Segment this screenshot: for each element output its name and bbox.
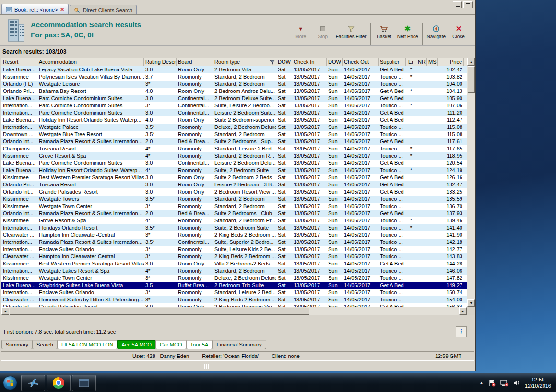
column-header-room-type[interactable]: Room type [213,58,276,66]
table-row[interactable]: Orlando Int...Grande Palisades Resort3.0… [1,303,467,307]
scroll-up-button[interactable]: ▲ [467,58,475,66]
table-row[interactable]: KissimmeeWestgate Towers3.5*RoomonlyStan… [1,196,467,203]
table-cell [416,303,427,307]
table-row[interactable]: Clearwater ...Homewood Suites by Hilton … [1,296,467,303]
basket-button[interactable]: Basket [373,23,395,39]
table-row[interactable]: Lake Buena...Holiday Inn Resort Orlando … [1,167,467,174]
table-row[interactable]: KissimmeeGrove Resort & Spa4*RoomonlySta… [1,152,467,160]
action-center-flag-icon[interactable] [488,379,496,387]
tab-direct-clients-search[interactable]: Direct Clients Search [70,5,137,14]
table-row[interactable]: Lake Buena...Parc Corniche Condominium S… [1,160,467,167]
nett-price-button[interactable]: ✱ Nett Price [395,23,420,39]
table-row[interactable]: KissimmeeGrove Resort & Spa4*RoomonlySta… [1,217,467,224]
page-title-line1: Accommodation Search Results [31,20,141,30]
table-row[interactable]: Internation...Westgate Palace3.5*Roomonl… [1,124,467,131]
horizontal-scroll-thumb[interactable] [10,308,309,315]
table-row[interactable]: Clearwater ...Hampton Inn Clearwater-Cen… [1,231,467,239]
column-header-rating[interactable]: Rating Descr [144,58,177,66]
network-status-icon[interactable] [500,379,509,387]
table-row[interactable]: Downtown ...Westgate Blue Tree Resort3.5… [1,131,467,138]
table-row[interactable]: Lake Buena...Parc Corniche Condominium S… [1,95,467,102]
table-row[interactable]: KissimmeeBest Western Premier Saratoga R… [1,174,467,181]
table-cell [406,303,416,307]
table-cell: Roomonly [177,167,213,174]
table-row[interactable]: KissimmeeWestgate Town Center3*RoomonlyD… [1,275,467,282]
column-header-price[interactable]: Price [438,58,464,66]
table-cell: 143.83 [438,253,464,260]
table-cell: Champions ... [1,145,37,152]
table-row[interactable]: Internation...Floridays Orlando Resort3.… [1,224,467,231]
filter-icon[interactable] [270,60,275,65]
taskbar-app-window[interactable] [72,375,96,391]
column-header-nr[interactable]: NR [416,58,427,66]
table-row[interactable]: Internation...Westgate Lakes Resort & Sp… [1,267,467,275]
taskbar-clock[interactable]: 12:59 12/10/2016 [525,377,551,389]
tab-flight[interactable]: Flt 5A LON MCO LON [57,340,118,349]
table-row[interactable]: Orlando Int...Ramada Plaza Resort & Suit… [1,210,467,217]
table-row[interactable]: Lake Buena...Staybridge Suites Lake Buen… [1,282,467,289]
table-row[interactable]: Clearwater ...Hampton Inn Clearwater-Cen… [1,253,467,260]
table-cell: Internation... [1,224,37,231]
table-row[interactable]: Internation...Ramada Plaza Resort & Suit… [1,239,467,246]
tab-accommodation[interactable]: Acc 5A MCO [117,340,156,349]
table-row[interactable]: Internation...Parc Corniche Condominium … [1,109,467,116]
scroll-left-button[interactable]: ◄ [1,307,9,315]
table-row[interactable]: Champions ...Tuscana Resort4*RoomonlySta… [1,145,467,152]
info-button[interactable]: i [456,326,467,337]
basket-icon [379,25,389,33]
table-cell: 142.18 [438,239,464,246]
table-row[interactable]: Lake Buena...Holiday Inn Resort Orlando … [1,116,467,124]
column-header-ms[interactable]: MS [427,58,438,66]
vertical-scroll-thumb[interactable] [468,66,475,93]
table-row[interactable]: Orlando Int...Ramada Plaza Resort & Suit… [1,138,467,145]
navigate-button[interactable]: Navigate [425,23,448,39]
scroll-down-button[interactable]: ▼ [467,299,475,307]
tab-summary[interactable]: Summary [1,340,33,349]
vertical-scrollbar[interactable]: ▲ ▼ [467,58,475,307]
show-hidden-icons-button[interactable]: ▲ [479,380,484,385]
tab-car[interactable]: Car MCO [155,340,186,349]
column-header-board[interactable]: Board [177,58,213,66]
taskbar-app-travel[interactable] [21,375,45,391]
table-row[interactable]: KissimmeeBest Western Premier Saratoga R… [1,260,467,267]
table-row[interactable]: Internation...Enclave Suites Orlando3*Ro… [1,246,467,253]
table-row[interactable]: KissimmeeWestgate Town Center3*RoomonlyS… [1,203,467,210]
speaker-icon[interactable] [513,379,521,387]
table-cell: 104.00 [438,81,464,88]
table-cell: Room Only [177,66,213,73]
more-button[interactable]: ▼ More [290,23,312,39]
table-row[interactable]: Orlando Int...Grande Palisades Resort3.0… [1,188,467,196]
table-row[interactable]: Internation...Enclave Suites Orlando3*Ro… [1,289,467,296]
column-header-supplier[interactable]: Supplier [379,58,406,66]
horizontal-scrollbar[interactable]: ◄ ► [1,307,467,315]
tab-tour[interactable]: Tour 5A [186,340,213,349]
table-cell: Room Only [177,88,213,95]
column-header-check-in[interactable]: Check In [292,58,327,66]
column-header-dow-out[interactable]: DOW [327,58,343,66]
start-button[interactable] [3,376,17,390]
scroll-right-button[interactable]: ► [459,307,467,315]
table-row[interactable]: Internation...Parc Corniche Condominium … [1,102,467,109]
tab-booking-ref[interactable]: Book. ref.: <none> ✕ [1,4,69,14]
tab-financial-summary[interactable]: Financial Summary [212,340,266,349]
table-row[interactable]: Orlando Pri...Bahama Bay Resort4.0Room O… [1,88,467,95]
stop-button[interactable]: Stop [312,23,334,39]
taskbar-app-chrome[interactable] [47,375,71,391]
minimize-button[interactable] [453,1,462,8]
maximize-button[interactable] [463,1,473,8]
tab-search[interactable]: Search [32,340,58,349]
table-row[interactable]: Lake Buena...Legacy Vacation Club Lake B… [1,66,467,73]
close-button[interactable]: ✕ Close [448,23,470,39]
table-row[interactable]: Orlando (FL)Westgate Leisure3*RoomonlySt… [1,81,467,88]
table-row[interactable]: Orlando Pri...Tuscana Resort3.0Room Only… [1,181,467,188]
column-header-dow-in[interactable]: DOW [276,58,292,66]
column-header-check-out[interactable]: Check Out [343,58,379,66]
resize-gripper[interactable] [204,364,209,369]
facilities-filter-button[interactable]: Facilities Filter [334,23,368,39]
table-cell: Sun [327,246,343,253]
table-row[interactable]: KissimmeePolynesian Isles Vacation Villa… [1,73,467,81]
column-header-er[interactable]: Er [406,58,416,66]
tab-close-icon[interactable]: ✕ [60,7,64,12]
column-header-accommodation[interactable]: Accommodation [37,58,144,66]
column-header-resort[interactable]: Resort [1,58,37,66]
